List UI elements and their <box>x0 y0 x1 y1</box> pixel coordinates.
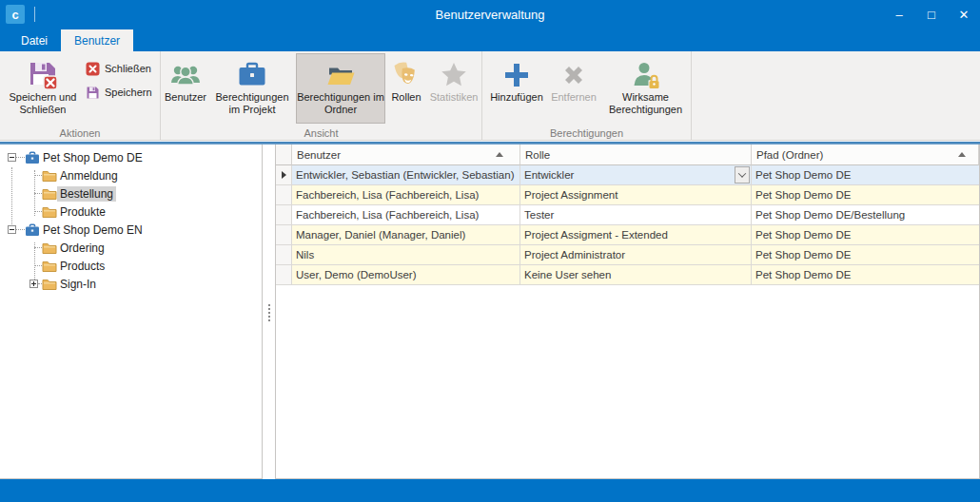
permissions-folder-label: Berechtigungen im Ordner <box>297 91 384 116</box>
tree-item-pet-shop-demo-de[interactable]: Pet Shop Demo DE <box>0 148 262 166</box>
expander-minus-icon[interactable] <box>8 153 16 162</box>
grid-row[interactable]: User, Demo (DemoUser) Keine User sehen P… <box>276 265 979 285</box>
save-icon <box>86 86 100 100</box>
permissions-project-button[interactable]: Berechtigungen im Projekt <box>208 53 296 124</box>
column-header-benutzer[interactable]: Benutzer <box>292 145 520 165</box>
tree-item-label: Pet Shop Demo EN <box>40 222 146 238</box>
tab-datei[interactable]: Datei <box>8 29 61 51</box>
tree-item-produkte[interactable]: Produkte <box>0 203 262 221</box>
window-controls: – □ ✕ <box>883 0 980 29</box>
save-close-icon <box>28 59 58 91</box>
group-label-ansicht: Ansicht <box>161 127 481 139</box>
cell-pfad[interactable]: Pet Shop Demo DE <box>752 265 979 285</box>
tree-item-pet-shop-demo-en[interactable]: Pet Shop Demo EN <box>0 221 262 239</box>
folder-icon <box>42 241 57 256</box>
grid-header: Benutzer Rolle Pfad (Ordner) <box>276 145 979 165</box>
maximize-button[interactable]: □ <box>915 0 948 29</box>
row-indicator-cell <box>276 205 292 225</box>
tree-item-label: Products <box>57 259 108 274</box>
tree-item-products[interactable]: Products <box>0 257 262 275</box>
permissions-grid: Benutzer Rolle Pfad (Ordner) Entwickler,… <box>275 145 980 479</box>
remove-permission-button[interactable]: Entfernen <box>547 53 600 124</box>
title-bar: c Benutzerverwaltung – □ ✕ <box>0 0 980 29</box>
permissions-project-label: Berechtigungen im Projekt <box>209 91 295 116</box>
add-permission-button[interactable]: Hinzufügen <box>486 53 547 124</box>
save-label: Speichern <box>105 87 152 98</box>
project-briefcase-icon <box>25 222 40 238</box>
tree-item-label: Pet Shop Demo DE <box>40 150 146 165</box>
grid-row[interactable]: Manager, Daniel (Manager, Daniel) Projec… <box>276 225 979 245</box>
window-title: Benutzerverwaltung <box>436 8 545 22</box>
cell-benutzer[interactable]: Fachbereich, Lisa (Fachbereich, Lisa) <box>292 205 520 225</box>
grid-row[interactable]: Fachbereich, Lisa (Fachbereich, Lisa) Pr… <box>276 185 979 205</box>
grid-row[interactable]: Nils Project Administrator Pet Shop Demo… <box>276 245 979 265</box>
remove-permission-label: Entfernen <box>551 91 597 104</box>
tree-item-label: Sign-In <box>57 277 99 292</box>
cell-pfad[interactable]: Pet Shop Demo DE <box>752 185 979 205</box>
save-and-close-button[interactable]: Speichern und Schließen <box>3 53 83 124</box>
users-view-button[interactable]: Benutzer <box>163 53 208 124</box>
effective-permissions-label: Wirksame Berechtigungen <box>601 91 690 116</box>
app-logo-icon[interactable]: c <box>6 5 25 24</box>
cell-pfad[interactable]: Pet Shop Demo DE <box>752 165 979 185</box>
ribbon: Speichern und Schließen Schließen Speich… <box>0 51 980 141</box>
grid-row[interactable]: Entwickler, Sebastian (Entwickler, Sebas… <box>276 165 979 185</box>
tree-item-anmeldung[interactable]: Anmeldung <box>0 166 262 184</box>
user-lock-icon <box>631 59 661 91</box>
row-indicator-cell <box>276 245 292 265</box>
row-indicator-cell <box>276 165 292 185</box>
cell-benutzer[interactable]: Entwickler, Sebastian (Entwickler, Sebas… <box>292 165 520 185</box>
permissions-folder-button[interactable]: Berechtigungen im Ordner <box>296 53 385 124</box>
ribbon-group-aktionen: Speichern und Schließen Schließen Speich… <box>0 51 161 141</box>
expander-minus-icon[interactable] <box>8 225 16 234</box>
role-dropdown-button[interactable] <box>735 166 750 183</box>
cell-rolle[interactable]: Project Assignment <box>520 185 752 205</box>
plus-icon <box>502 59 531 91</box>
column-header-pfad[interactable]: Pfad (Ordner) <box>752 145 979 165</box>
cell-rolle[interactable]: Project Administrator <box>520 245 752 265</box>
cell-rolle[interactable]: Tester <box>520 205 752 225</box>
add-permission-label: Hinzufügen <box>490 91 543 104</box>
cell-rolle[interactable]: Project Assigment - Extended <box>520 225 752 245</box>
tree-item-sign-in[interactable]: Sign-In <box>0 275 262 293</box>
close-view-button[interactable]: Schließen <box>86 59 152 78</box>
folder-icon <box>42 168 57 183</box>
ribbon-group-ansicht: Benutzer Berechtigungen im Projekt <box>161 51 482 141</box>
tree-item-bestellung[interactable]: Bestellung <box>0 184 262 203</box>
users-icon <box>170 59 201 91</box>
tree-item-ordering[interactable]: Ordering <box>0 239 262 257</box>
cell-benutzer[interactable]: Fachbereich, Lisa (Fachbereich, Lisa) <box>292 185 520 205</box>
cell-benutzer[interactable]: Nils <box>292 245 520 265</box>
effective-permissions-button[interactable]: Wirksame Berechtigungen <box>600 53 691 124</box>
minimize-button[interactable]: – <box>883 0 915 29</box>
tree-item-label-selected: Bestellung <box>57 186 116 202</box>
cell-pfad[interactable]: Pet Shop Demo DE <box>752 245 979 265</box>
x-icon <box>559 59 588 91</box>
roles-label: Rollen <box>391 91 421 104</box>
project-tree-panel: Pet Shop Demo DE Anmeldung Bestellung Pr… <box>0 145 263 479</box>
grid-row[interactable]: Fachbereich, Lisa (Fachbereich, Lisa) Te… <box>276 205 979 225</box>
briefcase-icon <box>237 59 267 91</box>
close-red-icon <box>86 62 100 76</box>
cell-rolle[interactable]: Keine User sehen <box>520 265 752 285</box>
cell-pfad[interactable]: Pet Shop Demo DE/Bestellung <box>752 205 979 225</box>
grid-indicator-header <box>276 145 292 165</box>
roles-button[interactable]: Rollen <box>385 53 427 124</box>
panel-splitter[interactable] <box>263 145 275 479</box>
cell-benutzer[interactable]: Manager, Daniel (Manager, Daniel) <box>292 225 520 245</box>
cell-benutzer[interactable]: User, Demo (DemoUser) <box>292 265 520 285</box>
save-button[interactable]: Speichern <box>86 83 152 102</box>
statistics-button[interactable]: Statistiken <box>427 53 480 124</box>
column-header-rolle[interactable]: Rolle <box>520 145 752 165</box>
group-label-aktionen: Aktionen <box>0 127 160 139</box>
cell-pfad[interactable]: Pet Shop Demo DE <box>752 225 979 245</box>
row-indicator-icon <box>282 171 286 179</box>
row-indicator-cell <box>276 185 292 205</box>
splitter-grip-icon <box>268 304 270 306</box>
folder-icon <box>42 259 57 274</box>
cell-rolle[interactable]: Entwickler <box>520 165 752 185</box>
chevron-down-icon <box>738 169 746 177</box>
close-button[interactable]: ✕ <box>948 0 980 29</box>
expander-plus-icon[interactable] <box>29 280 38 288</box>
tab-benutzer[interactable]: Benutzer <box>61 29 133 51</box>
